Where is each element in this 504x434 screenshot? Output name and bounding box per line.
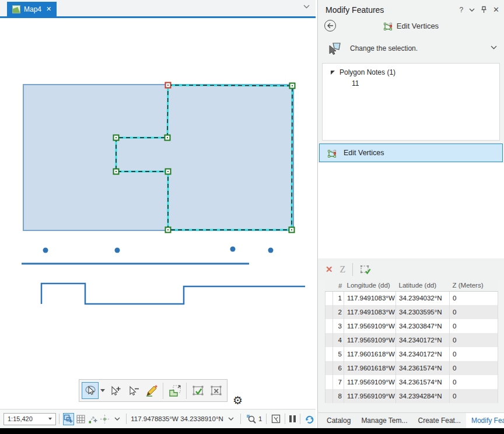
vertex-longitude[interactable]: 117.9569109°W <box>344 375 396 389</box>
point-features[interactable] <box>43 247 274 253</box>
selected-features-button[interactable] <box>244 413 258 425</box>
vertex-row[interactable]: 2 117.9491083°W 34.2303595°N 0 <box>326 305 498 319</box>
vertex-latitude[interactable]: 34.2340172°N <box>396 347 450 361</box>
row-gutter[interactable] <box>326 375 333 389</box>
panel-close-icon[interactable]: ✕ <box>493 5 499 14</box>
tool-options-area <box>318 163 504 258</box>
tree-expand-icon[interactable] <box>331 71 335 75</box>
tab-catalog[interactable]: Catalog <box>321 413 356 428</box>
vertex-handle[interactable] <box>114 135 119 141</box>
vertex-longitude[interactable]: 117.9491083°W <box>344 291 396 305</box>
row-gutter[interactable] <box>326 333 333 347</box>
xy-snap-button[interactable] <box>99 413 110 425</box>
finish-sketch-button[interactable] <box>360 264 372 275</box>
pointer-coordinates[interactable]: 117.9478835°W 34.2338910°N <box>131 415 223 422</box>
vertex-row[interactable]: 7 117.9569109°W 34.2361574°N 0 <box>326 375 498 389</box>
select-tool-dropdown[interactable] <box>100 389 106 392</box>
vertex-longitude[interactable]: 117.9569109°W <box>344 389 396 403</box>
row-gutter[interactable] <box>326 347 333 361</box>
vertex-longitude[interactable]: 117.9569109°W <box>344 319 396 333</box>
row-gutter[interactable] <box>326 319 333 333</box>
vertex-longitude[interactable]: 117.9569109°W <box>344 333 396 347</box>
tab-create-features[interactable]: Create Feat... <box>413 413 466 428</box>
vertex-longitude[interactable]: 117.9491083°W <box>344 305 396 319</box>
vertex-longitude[interactable]: 117.9601618°W <box>344 347 396 361</box>
vertex-handle[interactable] <box>165 135 170 141</box>
refresh-button[interactable] <box>304 413 315 425</box>
add-vertex-button[interactable] <box>107 382 124 399</box>
vertex-latitude[interactable]: 34.2303595°N <box>396 305 450 319</box>
step-line-feature[interactable] <box>41 284 305 304</box>
row-gutter[interactable] <box>326 305 333 319</box>
row-gutter[interactable] <box>326 361 333 375</box>
finish-edit-button[interactable] <box>190 382 206 399</box>
vertex-z[interactable]: 0 <box>450 305 498 319</box>
vertex-latitude[interactable]: 34.2361574°N <box>396 361 450 375</box>
vertex-z[interactable]: 0 <box>450 389 498 403</box>
vertex-handle[interactable] <box>290 83 295 89</box>
change-selection-row[interactable]: Change the selection. <box>318 40 504 58</box>
tabstrip-chevron-icon[interactable] <box>303 5 310 9</box>
row-gutter[interactable] <box>326 389 333 403</box>
delete-vertex-row-button[interactable]: ✕ <box>326 264 333 275</box>
vertex-latitude[interactable]: 34.2303847°N <box>396 319 450 333</box>
edit-vertices-tool-item[interactable]: Edit Vertices <box>319 144 503 162</box>
vertex-z[interactable]: 0 <box>450 375 498 389</box>
snapping-chevron[interactable] <box>111 413 123 425</box>
vertex-z[interactable]: 0 <box>450 319 498 333</box>
z-values-toggle-button[interactable]: Z <box>340 264 346 275</box>
grid-toggle-button[interactable] <box>75 413 86 425</box>
vertex-latitude[interactable]: 34.2340172°N <box>396 333 450 347</box>
vertex-handle-selected[interactable] <box>166 83 171 88</box>
cancel-edit-button[interactable] <box>208 382 225 399</box>
vertex-row[interactable]: 3 117.9569109°W 34.2303847°N 0 <box>326 319 498 333</box>
toolbar-options-gear-icon[interactable]: ⚙ <box>233 394 243 407</box>
vertex-longitude[interactable]: 117.9601618°W <box>344 361 396 375</box>
tab-manage-templates[interactable]: Manage Tem... <box>356 413 412 428</box>
select-extent-button[interactable] <box>270 413 281 425</box>
vertex-handle[interactable] <box>289 228 295 233</box>
snapping-toggle-button[interactable] <box>63 413 74 425</box>
vertex-z[interactable]: 0 <box>450 291 498 305</box>
vertex-latitude[interactable]: 34.2361574°N <box>396 375 450 389</box>
window-bottom-edge <box>0 428 504 434</box>
vertex-index: 6 <box>333 361 344 375</box>
tab-modify-features[interactable]: Modify Feat... <box>466 413 504 428</box>
tree-layer-row[interactable]: Polygon Notes (1) <box>331 68 396 76</box>
delete-vertex-button[interactable] <box>125 382 142 399</box>
snap-settings-button[interactable] <box>88 413 99 425</box>
vertex-row[interactable]: 6 117.9601618°W 34.2361574°N 0 <box>326 361 498 375</box>
map-canvas[interactable] <box>0 18 316 409</box>
vertex-table: # Longitude (dd) Latitude (dd) Z (Meters… <box>325 281 498 403</box>
vertex-handle[interactable] <box>166 228 171 233</box>
help-icon[interactable]: ? <box>459 6 463 14</box>
panel-menu-chevron-icon[interactable] <box>469 8 475 12</box>
vertex-index: 7 <box>333 375 344 389</box>
vertex-row[interactable]: 5 117.9601618°W 34.2340172°N 0 <box>326 347 498 361</box>
statusbar-separator <box>285 414 285 424</box>
vertex-row[interactable]: 4 117.9569109°W 34.2340172°N 0 <box>326 333 498 347</box>
tree-feature-row[interactable]: 11 <box>352 79 359 88</box>
vertex-latitude[interactable]: 34.2394284°N <box>396 389 450 403</box>
tab-close-icon[interactable]: ✕ <box>46 5 51 13</box>
continue-sketch-button[interactable] <box>143 382 160 399</box>
polygon-note-feature[interactable] <box>23 85 293 230</box>
vertex-row[interactable]: 8 117.9569109°W 34.2394284°N 0 <box>326 389 498 403</box>
change-selection-chevron-icon[interactable] <box>491 46 497 50</box>
vertex-latitude[interactable]: 34.2394032°N <box>396 291 450 305</box>
row-gutter[interactable] <box>326 291 333 305</box>
stretch-proportionately-button[interactable] <box>166 382 183 399</box>
pin-icon[interactable] <box>481 6 487 13</box>
vertex-handle[interactable] <box>114 169 119 174</box>
vertex-handle[interactable] <box>166 169 171 174</box>
vertex-row[interactable]: 1 117.9491083°W 34.2394032°N 0 <box>326 291 498 305</box>
vertex-z[interactable]: 0 <box>450 361 498 375</box>
vertex-z[interactable]: 0 <box>450 333 498 347</box>
vertex-z[interactable]: 0 <box>450 347 498 361</box>
select-vertex-tool-button[interactable] <box>82 382 99 399</box>
pause-drawing-button[interactable] <box>289 415 296 422</box>
tab-map4[interactable]: Map4 ✕ <box>7 2 57 16</box>
scale-combobox[interactable]: 1:15,420 <box>4 413 56 425</box>
coordinates-chevron[interactable] <box>226 413 237 425</box>
tool-header-label: Edit Vertices <box>397 22 439 30</box>
